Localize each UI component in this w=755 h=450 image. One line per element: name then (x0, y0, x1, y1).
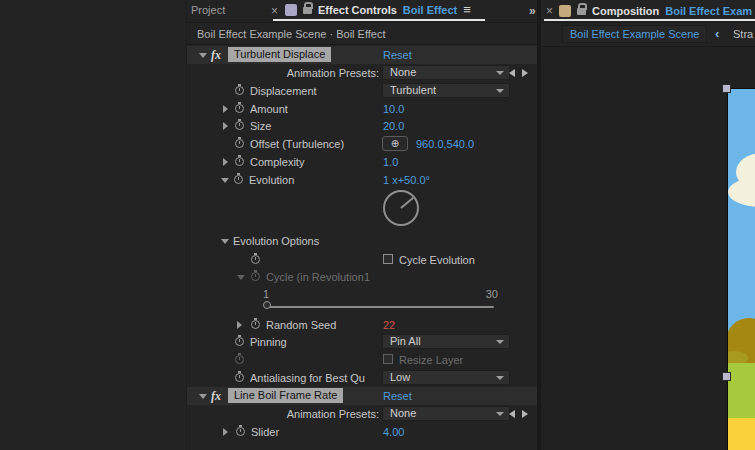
complexity-value[interactable]: 1.0 (383, 153, 398, 171)
twirl-down-icon[interactable] (221, 178, 229, 183)
tab-separator (187, 22, 537, 23)
close-icon[interactable]: × (271, 4, 278, 18)
selection-handle-top-left[interactable] (722, 84, 731, 93)
tab-effect-controls-target: Boil Effect (403, 4, 457, 16)
fx-badge-icon[interactable]: fx (211, 387, 221, 405)
displacement-dropdown[interactable]: Turbulent (382, 83, 510, 98)
chevron-down-icon (496, 71, 504, 75)
property-row-evolution: Evolution 1 x+50.0° (187, 171, 537, 189)
random-seed-value[interactable]: 22 (383, 316, 395, 334)
property-row-random-seed: Random Seed 22 (187, 316, 537, 334)
evolution-dial[interactable] (383, 190, 419, 226)
evolution-value[interactable]: 1 x+50.0° (383, 171, 430, 189)
panel-overflow-icon[interactable]: » (529, 4, 536, 18)
viewer-tab-boil-effect-example-scene[interactable]: Boil Effect Example Scene (562, 25, 707, 43)
composition-panel: × Composition Boil Effect Exam Boil Effe… (541, 0, 755, 450)
antialiasing-dropdown[interactable]: Low (382, 370, 510, 385)
stopwatch-icon[interactable] (251, 255, 260, 264)
slider-track[interactable] (267, 306, 494, 308)
cycle-revolutions-label: Cycle (in Revolution (266, 268, 364, 286)
property-row-slider: Slider 4.00 (187, 423, 537, 441)
twirl-down-icon[interactable] (221, 239, 229, 244)
stopwatch-icon[interactable] (234, 175, 243, 184)
stopwatch-icon[interactable] (235, 157, 244, 166)
close-icon[interactable]: × (546, 4, 553, 18)
cycle-evolution-checkbox[interactable] (383, 254, 393, 264)
tab-effect-controls[interactable]: Effect Controls Boil Effect ≡ (285, 4, 471, 16)
animation-presets-label: Animation Presets: (227, 405, 379, 423)
complexity-label: Complexity (250, 153, 304, 171)
twirl-right-icon[interactable] (237, 321, 242, 329)
twirl-down-icon[interactable] (237, 275, 245, 280)
stopwatch-icon[interactable] (235, 104, 244, 113)
reset-button[interactable]: Reset (383, 46, 412, 64)
property-row-amount: Amount 10.0 (187, 100, 537, 118)
effect-header-turbulent-displace: fx Turbulent Displace Reset (187, 46, 537, 64)
tab-composition-target: Boil Effect Exam (665, 5, 752, 17)
composition-preview (728, 89, 755, 450)
tab-composition-label: Composition (592, 5, 659, 17)
lock-icon[interactable] (577, 8, 586, 15)
panel-menu-icon[interactable]: ≡ (463, 4, 471, 16)
comp-tab-bar: × Composition Boil Effect Exam (541, 0, 755, 22)
viewer-tab-next[interactable]: Stra (733, 25, 753, 43)
after-effects-window: Project × Effect Controls Boil Effect ≡ … (0, 0, 755, 450)
composition-viewport (541, 47, 755, 450)
twirl-right-icon[interactable] (223, 158, 228, 166)
tab-effect-controls-label: Effect Controls (318, 4, 397, 16)
selection-handle-mid-left[interactable] (722, 372, 731, 381)
stopwatch-icon[interactable] (235, 121, 244, 130)
effect-name-line-boil[interactable]: Line Boil Frame Rate (228, 388, 343, 403)
lock-icon[interactable] (303, 7, 312, 14)
resize-layer-label: Resize Layer (399, 351, 463, 369)
chevron-down-icon (496, 89, 504, 93)
animation-presets-row: Animation Presets: None (187, 405, 537, 423)
chevron-down-icon (496, 340, 504, 344)
animation-presets-value: None (390, 407, 416, 419)
pinning-dropdown[interactable]: Pin All (382, 334, 510, 349)
previous-preset-icon[interactable] (509, 69, 515, 77)
fx-badge-icon[interactable]: fx (211, 46, 221, 64)
tab-composition[interactable]: × Composition Boil Effect Exam (546, 4, 752, 18)
size-label: Size (250, 117, 271, 135)
twirl-right-icon[interactable] (223, 428, 228, 436)
nav-back-icon[interactable]: ‹ (715, 25, 719, 43)
property-row-displacement: Displacement Turbulent (187, 82, 537, 100)
header-separator (187, 44, 537, 45)
amount-value[interactable]: 10.0 (383, 100, 404, 118)
twirl-down-icon[interactable] (199, 394, 207, 399)
active-tab-underline (544, 19, 755, 21)
displacement-label: Displacement (250, 82, 317, 100)
next-preset-icon[interactable] (522, 410, 528, 418)
stopwatch-icon[interactable] (235, 139, 244, 148)
composition-panel-icon (559, 5, 571, 17)
size-value[interactable]: 20.0 (383, 117, 404, 135)
slider-prop-value[interactable]: 4.00 (383, 423, 404, 441)
slider-max-label: 30 (468, 285, 498, 303)
tab-project[interactable]: Project (191, 4, 225, 16)
animation-presets-dropdown[interactable]: None (382, 65, 510, 80)
previous-preset-icon[interactable] (509, 410, 515, 418)
effect-name-turbulent-displace[interactable]: Turbulent Displace (228, 47, 331, 62)
cycle-evolution-label: Cycle Evolution (399, 251, 475, 269)
pinning-label: Pinning (250, 333, 287, 351)
stopwatch-icon[interactable] (251, 320, 260, 329)
point-picker-button[interactable]: ⊕ (382, 136, 408, 151)
stopwatch-icon (235, 355, 244, 364)
next-preset-icon[interactable] (522, 69, 528, 77)
stopwatch-icon[interactable] (235, 86, 244, 95)
slider-prop-label: Slider (251, 423, 279, 441)
stopwatch-icon[interactable] (235, 373, 244, 382)
twirl-right-icon[interactable] (223, 105, 228, 113)
twirl-right-icon[interactable] (223, 122, 228, 130)
property-row-cycle-revolutions: Cycle (in Revolution 1 (187, 268, 537, 286)
slider-handle[interactable] (263, 301, 271, 309)
property-row-size: Size 20.0 (187, 117, 537, 135)
project-panel-empty (0, 0, 186, 450)
twirl-down-icon[interactable] (199, 53, 207, 58)
stopwatch-icon[interactable] (236, 427, 245, 436)
reset-button[interactable]: Reset (383, 387, 412, 405)
offset-value[interactable]: 960.0,540.0 (416, 135, 474, 153)
stopwatch-icon[interactable] (235, 337, 244, 346)
animation-presets-dropdown[interactable]: None (382, 406, 510, 421)
